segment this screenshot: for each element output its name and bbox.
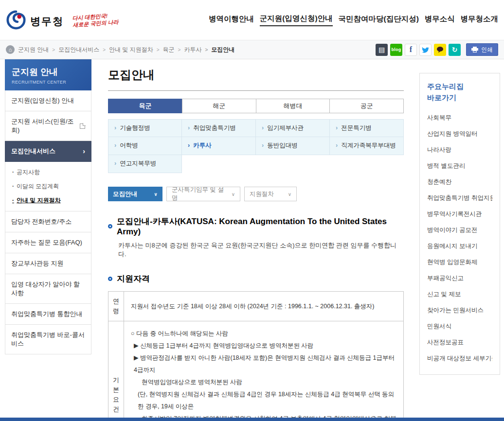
sidebar-item-label: 취업맞춤특기병 바로-콜서비스 xyxy=(11,331,85,348)
layout: 군지원 안내 RECRUITMENT CENTER 군지원(입영신청) 안내 군… xyxy=(0,59,504,421)
sidebar-item-label: 취업맞춤특기병 통합안내 xyxy=(11,310,83,318)
category-technical-admin[interactable]: 기술행정병 xyxy=(108,119,182,137)
page-title: 모집안내 xyxy=(108,67,404,91)
quicklink-pre-disclosure[interactable]: 사전정보공표 xyxy=(427,334,492,351)
category-fixed-term-nco[interactable]: 임기제부사관 xyxy=(256,119,330,137)
quicklink-industry-jobs[interactable]: 산업지원 병역일터 xyxy=(427,126,492,142)
quicklinks-panel: 주요누리집 바로가기 사회복무 산업지원 병역일터 나라사랑 병적 별도관리 청… xyxy=(419,73,500,375)
req-line: ○ 다음 중 어느하나에 해당되는 사람 xyxy=(131,328,396,340)
category-buddy-enlist[interactable]: 동반입대병 xyxy=(256,137,330,155)
quicklink-corruption-report[interactable]: 부패공익신고 xyxy=(427,270,492,286)
tab-army[interactable]: 육군 xyxy=(108,99,182,113)
sidebar-item-label: 군지원(입영신청) 안내 xyxy=(11,96,74,105)
dropdown-label: 군사특기임무 및 설명 xyxy=(172,186,228,202)
quicklink-narasarang[interactable]: 나라사랑 xyxy=(427,142,492,158)
breadcrumb-item[interactable]: 모집안내서비스 xyxy=(49,46,99,54)
req-line: ▶ 신체등급 1급부터 4급까지 현역병입영대상으로 병역처분된 사람 xyxy=(131,340,396,352)
sidebar-item-job-specialty-call[interactable]: 취업맞춤특기병 바로-콜서비스 xyxy=(5,325,91,354)
dropdown-label: 지원절차 xyxy=(250,190,274,198)
breadcrumb-item[interactable]: 육군 xyxy=(153,46,175,54)
kakaotalk-icon[interactable] xyxy=(434,44,446,56)
nav-public-participation[interactable]: 국민참여마당(집단지성) xyxy=(338,14,418,26)
branch-tabs: 육군 해군 해병대 공군 xyxy=(108,99,404,113)
quicklinks-title[interactable]: 주요누리집 바로가기 xyxy=(427,81,492,103)
mma-logo-icon xyxy=(6,10,26,30)
section-recruit-info: 모집안내-카투사(KATUSA: Korean Augmentation To … xyxy=(108,216,404,237)
quicklink-record-management[interactable]: 병적 별도관리 xyxy=(427,158,492,174)
twitter-icon[interactable] xyxy=(419,44,432,56)
sidebar-submenu: 공지사항 이달의 모집계획 안내 및 지원절차 xyxy=(5,162,91,211)
print-label: 인쇄 xyxy=(481,46,493,54)
breadcrumb-item[interactable]: 카투사 xyxy=(175,46,202,54)
breadcrumb-current: 모집안내 xyxy=(201,46,234,54)
dropdown-apply-procedure[interactable]: 지원절차 ∨ xyxy=(244,187,297,201)
print-button[interactable]: 인쇄 xyxy=(466,43,498,56)
category-katusa[interactable]: 카투사 xyxy=(182,137,256,155)
category-family-unit[interactable]: 직계가족복무부대병 xyxy=(330,137,404,155)
page: 병무청 다시 대한민국! 새로운 국민의 나라 병역이행안내 군지원(입영신청)… xyxy=(0,0,504,421)
sidebar-item-service-civil[interactable]: 군지원 서비스(민원/조회) xyxy=(5,111,91,141)
sidebar-item-officer-nco[interactable]: 장교부사관등 지원 xyxy=(5,253,91,274)
sidebar-subitem-monthly-plan[interactable]: 이달의 모집계획 xyxy=(5,179,91,193)
sidebar-item-label: 모집안내서비스 xyxy=(11,147,55,156)
quicklink-youth-praise[interactable]: 청춘예찬 xyxy=(427,174,492,190)
category-language[interactable]: 어학병 xyxy=(108,137,182,155)
quicklink-nondisclosure-criteria[interactable]: 비공개 대상정보 세부기준 xyxy=(427,351,492,367)
section-qualification: 지원자격 xyxy=(108,273,404,284)
filter-row: 모집안내 ∨ 군사특기임무 및 설명 ∨ 지원절차 ∨ xyxy=(108,187,404,201)
screen-keyboard-icon[interactable]: ▤ xyxy=(376,44,388,56)
quicklink-cheer-message[interactable]: 응원메시지 보내기 xyxy=(427,238,492,254)
sidebar-item-faq[interactable]: 자주하는 질문 모음(FAQ) xyxy=(5,232,91,253)
row-header-basic-req: 기 본 요 건 xyxy=(108,321,124,421)
nav-enlistment-application[interactable]: 군지원(입영신청)안내 xyxy=(260,14,333,26)
breadcrumb-item[interactable]: 안내 및 지원절차 xyxy=(99,46,153,54)
dropdown-label: 모집안내 xyxy=(113,190,137,198)
sidebar-subitem-notice[interactable]: 공지사항 xyxy=(5,165,91,179)
quicklink-social-service[interactable]: 사회복무 xyxy=(427,110,492,126)
breadcrumb-item[interactable]: 군지원 안내 xyxy=(18,46,49,54)
facebook-icon[interactable]: f xyxy=(405,44,417,56)
nav-service-guide[interactable]: 병역이행안내 xyxy=(209,14,254,26)
breadcrumb: ⌂ 군지원 안내 모집안내서비스 안내 및 지원절차 육군 카투사 모집안내 xyxy=(6,45,234,54)
nav-about[interactable]: 병무청소개 xyxy=(460,14,498,26)
tab-navy[interactable]: 해군 xyxy=(182,99,256,113)
home-icon[interactable]: ⌂ xyxy=(6,45,15,54)
quicklink-story-contest[interactable]: 병역이야기 공모전 xyxy=(427,222,492,238)
band-share-icon[interactable]: ↻ xyxy=(449,44,461,56)
quicklink-visiting-service[interactable]: 찾아가는 민원서비스 xyxy=(427,302,492,318)
footer-strip xyxy=(0,418,504,421)
req-line: 현역병입영대상으로 병역처분된 사람 xyxy=(131,376,396,388)
quicklink-job-specialty-support[interactable]: 취업맞춤특기병 취업지원 xyxy=(427,190,492,206)
chevron-down-icon: ∨ xyxy=(288,192,291,197)
katusa-description: 카투사는 미8군에 증강된 한국군 육군 요원(한국군지원단 소속)으로 한미연… xyxy=(118,241,404,259)
dropdown-specialty-desc[interactable]: 군사특기임무 및 설명 ∨ xyxy=(166,187,240,201)
sidebar-item-enlistee-info[interactable]: 입영 대상자가 알아야 할 사항 xyxy=(5,274,91,304)
nav-news[interactable]: 병무소식 xyxy=(425,14,455,26)
sidebar-item-job-specialty-guide[interactable]: 취업맞춤특기병 통합안내 xyxy=(5,304,91,325)
naver-blog-icon[interactable]: blog xyxy=(390,44,402,56)
main-nav: 병역이행안내 군지원(입영신청)안내 국민참여마당(집단지성) 병무소식 병무청… xyxy=(154,14,498,26)
mma-logo[interactable]: 병무청 다시 대한민국! 새로운 국민의 나라 xyxy=(6,10,154,30)
basic-requirements: ○ 다음 중 어느하나에 해당되는 사람 ▶ 신체등급 1급부터 4급까지 현역… xyxy=(124,321,404,421)
tab-marines[interactable]: 해병대 xyxy=(256,99,330,113)
sidebar-item-contact[interactable]: 담당자 전화번호/주소 xyxy=(5,211,91,232)
social-toolbar: ▤ blog f ↻ 인쇄 xyxy=(376,43,498,56)
dropdown-recruit-info[interactable]: 모집안내 ∨ xyxy=(108,187,162,201)
quicklink-report[interactable]: 신고 및 제보 xyxy=(427,286,492,302)
breadcrumb-bar: ⌂ 군지원 안내 모집안내서비스 안내 및 지원절차 육군 카투사 모집안내 ▤… xyxy=(0,40,504,59)
quicklink-enlistment-culture[interactable]: 현역병 입영문화제 xyxy=(427,254,492,270)
category-professional-specialty[interactable]: 전문특기병 xyxy=(330,119,404,137)
chevron-right-icon: › xyxy=(83,148,85,155)
category-hometown-service[interactable]: 연고지복무병 xyxy=(108,155,182,173)
sidebar-item-label: 담당자 전화번호/주소 xyxy=(11,217,72,226)
sidebar-subitem-guide-procedure[interactable]: 안내 및 지원절차 xyxy=(5,193,91,208)
sidebar-item-enlistment-guide[interactable]: 군지원(입영신청) 안내 xyxy=(5,90,91,111)
quicklink-history-museum[interactable]: 병무역사기록전시관 xyxy=(427,206,492,222)
tab-airforce[interactable]: 공군 xyxy=(329,99,404,113)
logo-slogan: 다시 대한민국! 새로운 국민의 나라 xyxy=(72,12,119,29)
sidebar-title: 군지원 안내 xyxy=(12,66,85,78)
sidebar-item-recruit-service[interactable]: 모집안내서비스 › xyxy=(5,141,91,162)
quicklink-civil-forms[interactable]: 민원서식 xyxy=(427,318,492,334)
category-job-specialty[interactable]: 취업맞춤특기병 xyxy=(182,119,256,137)
section-title: 지원자격 xyxy=(117,273,150,284)
